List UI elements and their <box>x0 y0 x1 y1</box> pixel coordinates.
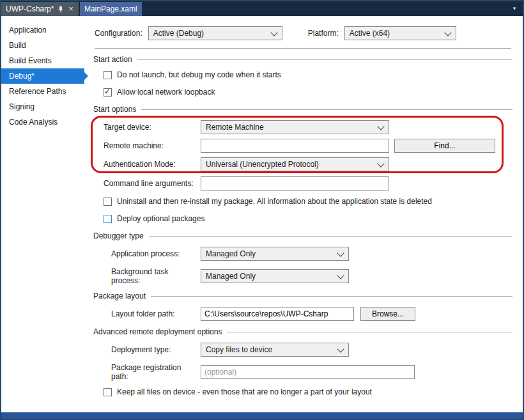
application-process-row: Application process: Managed Only <box>111 247 512 261</box>
section-title: Debugger type <box>93 231 144 240</box>
sidebar-item-build-events[interactable]: Build Events <box>1 53 84 68</box>
configuration-row: Configuration: Active (Debug) Platform: … <box>95 26 512 40</box>
checkbox-label: Deploy optional packages <box>117 214 204 223</box>
background-task-process-dropdown[interactable]: Managed Only <box>201 269 349 283</box>
section-title: Start action <box>93 55 132 64</box>
checkbox[interactable] <box>104 71 112 79</box>
chevron-down-icon <box>444 29 451 36</box>
find-button[interactable]: Find... <box>394 139 495 153</box>
chevron-down-icon <box>270 29 277 36</box>
checkbox-label: Uninstall and then re-install my package… <box>117 197 432 206</box>
section-rule <box>151 296 512 297</box>
chevron-down-icon <box>377 160 384 167</box>
deployment-type-value: Copy files to device <box>206 345 272 354</box>
target-device-row: Target device: Remote Machine <box>104 120 512 134</box>
configuration-label: Configuration: <box>95 29 143 38</box>
application-process-value: Managed Only <box>206 249 256 258</box>
checkbox-keep-all-files[interactable]: Keep all files on device - even those th… <box>104 387 512 396</box>
checkbox[interactable] <box>104 198 112 206</box>
background-task-process-label: Background task process: <box>111 267 201 285</box>
checkbox-label: Do not launch, but debug my code when it… <box>117 70 281 79</box>
sidebar-item-build[interactable]: Build <box>1 38 84 53</box>
command-line-arguments-input[interactable] <box>201 176 389 191</box>
checkbox[interactable] <box>104 388 112 396</box>
layout-folder-path-row: Layout folder path: Browse... <box>111 307 512 321</box>
checkbox-deploy-optional-packages[interactable]: Deploy optional packages <box>104 214 512 223</box>
tab-label: UWP-Csharp* <box>6 4 54 13</box>
application-process-label: Application process: <box>111 249 201 258</box>
deployment-type-dropdown[interactable]: Copy files to device <box>201 343 349 357</box>
package-registration-path-label: Package registration path: <box>111 363 201 381</box>
configuration-dropdown[interactable]: Active (Debug) <box>148 26 282 40</box>
authentication-mode-dropdown[interactable]: Universal (Unencrypted Protocol) <box>201 157 389 171</box>
checkbox[interactable] <box>104 88 112 97</box>
platform-dropdown-value: Active (x64) <box>350 29 390 38</box>
background-task-process-value: Managed Only <box>206 272 256 281</box>
tab-list-dropdown-icon[interactable]: ▼ <box>506 6 523 12</box>
checkbox-do-not-launch[interactable]: Do not launch, but debug my code when it… <box>104 70 512 79</box>
target-device-value: Remote Machine <box>206 123 264 132</box>
tab-mainpage-xaml[interactable]: MainPage.xaml <box>80 2 142 16</box>
deployment-type-row: Deployment type: Copy files to device <box>111 343 512 357</box>
chevron-down-icon <box>377 123 384 130</box>
section-rule <box>227 332 512 332</box>
close-icon[interactable]: × <box>68 5 74 13</box>
authentication-mode-row: Authentication Mode: Universal (Unencryp… <box>104 157 512 171</box>
section-rule <box>137 59 512 60</box>
section-package-layout: Package layout <box>93 292 512 300</box>
checkbox[interactable] <box>104 215 112 223</box>
configuration-dropdown-value: Active (Debug) <box>153 29 204 38</box>
checkbox-label: Keep all files on device - even those th… <box>117 387 372 396</box>
highlighted-start-options: Target device: Remote Machine Remote mac… <box>93 120 512 171</box>
vs-project-properties-window: UWP-Csharp* × MainPage.xaml ▼ Applicatio… <box>0 0 524 420</box>
section-advanced-remote-deployment: Advanced remote deployment options <box>93 327 512 336</box>
checkbox-uninstall-reinstall[interactable]: Uninstall and then re-install my package… <box>104 197 512 206</box>
authentication-mode-value: Universal (Unencrypted Protocol) <box>206 160 319 169</box>
remote-machine-row: Remote machine: Find... <box>104 139 512 153</box>
chevron-down-icon <box>337 345 344 352</box>
command-line-arguments-label: Command line arguments: <box>104 179 201 188</box>
chevron-down-icon <box>337 272 344 279</box>
debug-page-content: Configuration: Active (Debug) Platform: … <box>84 16 523 412</box>
section-rule <box>149 236 512 237</box>
remote-machine-label: Remote machine: <box>104 141 201 150</box>
sidebar-item-code-analysis[interactable]: Code Analysis <box>1 114 84 130</box>
sidebar-item-signing[interactable]: Signing <box>1 99 84 114</box>
deployment-type-label: Deployment type: <box>111 345 201 354</box>
section-start-options: Start options <box>93 105 512 114</box>
target-device-dropdown[interactable]: Remote Machine <box>201 120 389 134</box>
sidebar-item-debug[interactable]: Debug* <box>1 68 84 84</box>
tab-label: MainPage.xaml <box>84 4 137 13</box>
background-task-process-row: Background task process: Managed Only <box>111 267 512 285</box>
browse-button[interactable]: Browse... <box>360 307 415 321</box>
layout-folder-path-input[interactable] <box>201 307 354 321</box>
section-debugger-type: Debugger type <box>93 231 512 240</box>
property-pages-sidebar: Application Build Build Events Debug* Re… <box>1 16 84 412</box>
sidebar-item-reference-paths[interactable]: Reference Paths <box>1 84 84 99</box>
remote-machine-input[interactable] <box>201 139 389 153</box>
checkbox-allow-loopback[interactable]: Allow local network loopback <box>104 88 512 97</box>
sidebar-item-application[interactable]: Application <box>1 22 84 38</box>
section-start-action: Start action <box>93 55 512 64</box>
chevron-down-icon <box>337 249 344 256</box>
tab-uwp-csharp[interactable]: UWP-Csharp* × <box>1 2 79 16</box>
section-rule <box>141 109 512 110</box>
section-title: Advanced remote deployment options <box>93 327 222 336</box>
pin-icon[interactable] <box>58 6 64 13</box>
section-title: Package layout <box>93 292 146 300</box>
separator <box>95 48 511 49</box>
window-bottom-strip <box>1 412 523 419</box>
target-device-label: Target device: <box>104 123 201 132</box>
platform-dropdown[interactable]: Active (x64) <box>344 26 456 40</box>
application-process-dropdown[interactable]: Managed Only <box>201 247 349 261</box>
checkbox-label: Allow local network loopback <box>117 88 215 97</box>
document-tabbar: UWP-Csharp* × MainPage.xaml ▼ <box>1 1 523 16</box>
layout-folder-path-label: Layout folder path: <box>111 309 201 318</box>
authentication-mode-label: Authentication Mode: <box>104 160 201 169</box>
command-line-arguments-row: Command line arguments: <box>104 176 512 191</box>
package-registration-path-row: Package registration path: <box>111 363 512 381</box>
section-title: Start options <box>93 105 136 114</box>
package-registration-path-input[interactable] <box>201 365 415 379</box>
platform-label: Platform: <box>308 29 339 38</box>
